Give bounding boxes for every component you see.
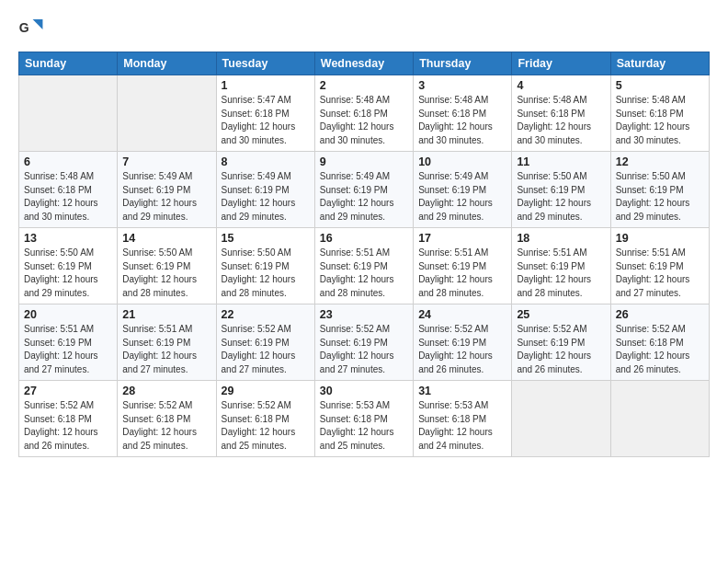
calendar-cell: 19Sunrise: 5:51 AM Sunset: 6:19 PM Dayli… (610, 228, 709, 304)
week-row-1: 1Sunrise: 5:47 AM Sunset: 6:18 PM Daylig… (19, 75, 710, 152)
day-info: Sunrise: 5:47 AM Sunset: 6:18 PM Dayligh… (222, 94, 310, 147)
day-info: Sunrise: 5:52 AM Sunset: 6:18 PM Dayligh… (24, 399, 112, 453)
calendar-cell: 24Sunrise: 5:52 AM Sunset: 6:19 PM Dayli… (414, 304, 512, 381)
day-number: 12 (616, 155, 704, 168)
day-info: Sunrise: 5:53 AM Sunset: 6:18 PM Dayligh… (418, 399, 506, 453)
calendar-cell: 29Sunrise: 5:52 AM Sunset: 6:18 PM Dayli… (216, 381, 314, 457)
day-info: Sunrise: 5:51 AM Sunset: 6:19 PM Dayligh… (122, 323, 210, 376)
week-row-4: 20Sunrise: 5:51 AM Sunset: 6:19 PM Dayli… (19, 304, 710, 381)
logo: G (18, 17, 48, 42)
calendar-cell: 6Sunrise: 5:48 AM Sunset: 6:18 PM Daylig… (19, 152, 118, 228)
day-info: Sunrise: 5:50 AM Sunset: 6:19 PM Dayligh… (616, 170, 704, 224)
day-number: 5 (616, 79, 704, 92)
day-info: Sunrise: 5:50 AM Sunset: 6:19 PM Dayligh… (222, 247, 310, 300)
day-number: 11 (517, 155, 605, 168)
day-info: Sunrise: 5:53 AM Sunset: 6:18 PM Dayligh… (320, 399, 408, 453)
day-info: Sunrise: 5:52 AM Sunset: 6:18 PM Dayligh… (616, 323, 704, 376)
day-number: 26 (616, 308, 704, 321)
day-info: Sunrise: 5:50 AM Sunset: 6:19 PM Dayligh… (24, 247, 112, 300)
day-info: Sunrise: 5:50 AM Sunset: 6:19 PM Dayligh… (517, 170, 605, 224)
day-number: 2 (320, 79, 408, 92)
day-number: 24 (418, 308, 506, 321)
calendar-cell: 4Sunrise: 5:48 AM Sunset: 6:18 PM Daylig… (512, 75, 610, 152)
calendar-cell: 31Sunrise: 5:53 AM Sunset: 6:18 PM Dayli… (414, 381, 512, 457)
calendar-cell: 25Sunrise: 5:52 AM Sunset: 6:19 PM Dayli… (512, 304, 610, 381)
day-number: 7 (122, 155, 210, 168)
day-info: Sunrise: 5:49 AM Sunset: 6:19 PM Dayligh… (122, 170, 210, 224)
weekday-header-sunday: Sunday (19, 52, 118, 75)
day-number: 13 (24, 232, 112, 245)
header: G (18, 17, 710, 42)
day-info: Sunrise: 5:49 AM Sunset: 6:19 PM Dayligh… (320, 170, 408, 224)
calendar-cell: 21Sunrise: 5:51 AM Sunset: 6:19 PM Dayli… (118, 304, 216, 381)
calendar-cell: 1Sunrise: 5:47 AM Sunset: 6:18 PM Daylig… (216, 75, 314, 152)
day-number: 8 (222, 155, 310, 168)
calendar-cell: 15Sunrise: 5:50 AM Sunset: 6:19 PM Dayli… (216, 228, 314, 304)
calendar-cell: 10Sunrise: 5:49 AM Sunset: 6:19 PM Dayli… (414, 152, 512, 228)
day-info: Sunrise: 5:48 AM Sunset: 6:18 PM Dayligh… (616, 94, 704, 147)
calendar-cell (19, 75, 118, 152)
day-number: 16 (320, 232, 408, 245)
day-info: Sunrise: 5:52 AM Sunset: 6:18 PM Dayligh… (122, 399, 210, 453)
day-info: Sunrise: 5:51 AM Sunset: 6:19 PM Dayligh… (320, 247, 408, 300)
weekday-header-friday: Friday (512, 52, 610, 75)
day-number: 30 (320, 385, 408, 397)
weekday-header-tuesday: Tuesday (216, 52, 314, 75)
calendar-cell: 7Sunrise: 5:49 AM Sunset: 6:19 PM Daylig… (118, 152, 216, 228)
calendar-cell: 17Sunrise: 5:51 AM Sunset: 6:19 PM Dayli… (414, 228, 512, 304)
day-info: Sunrise: 5:52 AM Sunset: 6:19 PM Dayligh… (418, 323, 506, 376)
weekday-header-wednesday: Wednesday (314, 52, 413, 75)
day-info: Sunrise: 5:48 AM Sunset: 6:18 PM Dayligh… (320, 94, 408, 147)
day-number: 10 (418, 155, 506, 168)
day-number: 6 (24, 155, 112, 168)
day-info: Sunrise: 5:49 AM Sunset: 6:19 PM Dayligh… (418, 170, 506, 224)
weekday-header-thursday: Thursday (414, 52, 512, 75)
day-info: Sunrise: 5:51 AM Sunset: 6:19 PM Dayligh… (418, 247, 506, 300)
calendar-cell: 11Sunrise: 5:50 AM Sunset: 6:19 PM Dayli… (512, 152, 610, 228)
day-info: Sunrise: 5:51 AM Sunset: 6:19 PM Dayligh… (517, 247, 605, 300)
day-info: Sunrise: 5:51 AM Sunset: 6:19 PM Dayligh… (616, 247, 704, 300)
week-row-5: 27Sunrise: 5:52 AM Sunset: 6:18 PM Dayli… (19, 381, 710, 457)
logo-icon: G (18, 17, 44, 42)
day-number: 20 (24, 308, 112, 321)
day-number: 23 (320, 308, 408, 321)
day-info: Sunrise: 5:48 AM Sunset: 6:18 PM Dayligh… (418, 94, 506, 147)
day-number: 1 (222, 79, 310, 92)
day-number: 19 (616, 232, 704, 245)
calendar-cell (118, 75, 216, 152)
calendar-cell: 23Sunrise: 5:52 AM Sunset: 6:19 PM Dayli… (314, 304, 413, 381)
calendar-cell: 18Sunrise: 5:51 AM Sunset: 6:19 PM Dayli… (512, 228, 610, 304)
day-number: 28 (122, 385, 210, 397)
calendar-cell: 12Sunrise: 5:50 AM Sunset: 6:19 PM Dayli… (610, 152, 709, 228)
day-info: Sunrise: 5:52 AM Sunset: 6:18 PM Dayligh… (222, 399, 310, 453)
day-info: Sunrise: 5:50 AM Sunset: 6:19 PM Dayligh… (122, 247, 210, 300)
day-number: 4 (517, 79, 605, 92)
calendar-cell: 26Sunrise: 5:52 AM Sunset: 6:18 PM Dayli… (610, 304, 709, 381)
day-info: Sunrise: 5:52 AM Sunset: 6:19 PM Dayligh… (320, 323, 408, 376)
calendar-cell (610, 381, 709, 457)
svg-text:G: G (19, 20, 29, 35)
day-info: Sunrise: 5:52 AM Sunset: 6:19 PM Dayligh… (222, 323, 310, 376)
week-row-2: 6Sunrise: 5:48 AM Sunset: 6:18 PM Daylig… (19, 152, 710, 228)
day-info: Sunrise: 5:49 AM Sunset: 6:19 PM Dayligh… (222, 170, 310, 224)
calendar-cell: 9Sunrise: 5:49 AM Sunset: 6:19 PM Daylig… (314, 152, 413, 228)
day-number: 17 (418, 232, 506, 245)
day-number: 3 (418, 79, 506, 92)
day-number: 18 (517, 232, 605, 245)
day-number: 14 (122, 232, 210, 245)
day-number: 15 (222, 232, 310, 245)
calendar-cell: 28Sunrise: 5:52 AM Sunset: 6:18 PM Dayli… (118, 381, 216, 457)
day-info: Sunrise: 5:51 AM Sunset: 6:19 PM Dayligh… (24, 323, 112, 376)
day-info: Sunrise: 5:52 AM Sunset: 6:19 PM Dayligh… (517, 323, 605, 376)
calendar-cell: 20Sunrise: 5:51 AM Sunset: 6:19 PM Dayli… (19, 304, 118, 381)
day-number: 21 (122, 308, 210, 321)
day-number: 27 (24, 385, 112, 397)
day-number: 29 (222, 385, 310, 397)
calendar-cell: 8Sunrise: 5:49 AM Sunset: 6:19 PM Daylig… (216, 152, 314, 228)
calendar-cell: 30Sunrise: 5:53 AM Sunset: 6:18 PM Dayli… (314, 381, 413, 457)
calendar-cell: 14Sunrise: 5:50 AM Sunset: 6:19 PM Dayli… (118, 228, 216, 304)
day-info: Sunrise: 5:48 AM Sunset: 6:18 PM Dayligh… (517, 94, 605, 147)
day-info: Sunrise: 5:48 AM Sunset: 6:18 PM Dayligh… (24, 170, 112, 224)
weekday-header-row: SundayMondayTuesdayWednesdayThursdayFrid… (19, 52, 710, 75)
calendar-cell: 16Sunrise: 5:51 AM Sunset: 6:19 PM Dayli… (314, 228, 413, 304)
